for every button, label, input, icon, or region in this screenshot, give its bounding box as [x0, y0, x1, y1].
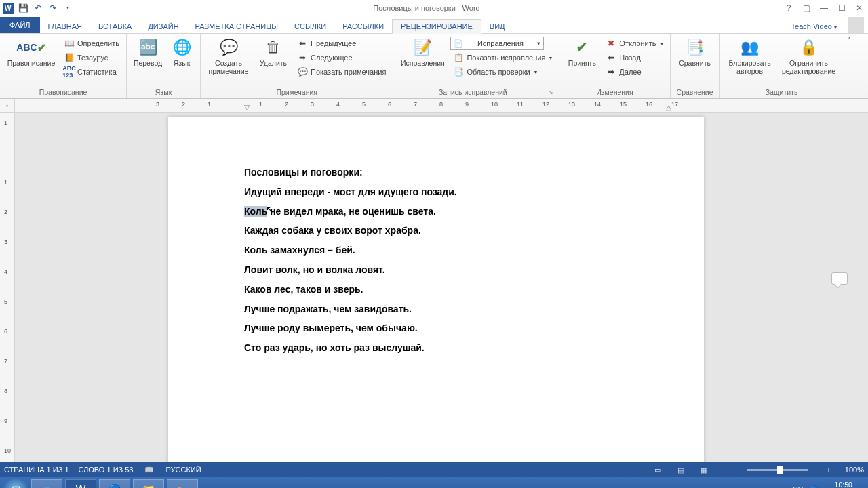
reviewing-pane-icon: 📑 [453, 66, 464, 77]
reject-button[interactable]: ✖Отклонить▾ [603, 37, 665, 50]
compare-icon: 📑 [684, 37, 706, 58]
document-viewport[interactable]: Пословицы и поговорки: Идущий впереди - … [15, 113, 868, 462]
status-words[interactable]: СЛОВО 1 ИЗ 53 [79, 466, 134, 474]
help-icon[interactable]: ? [780, 0, 797, 16]
spelling-button[interactable]: ABC✔ Правописание [4, 35, 58, 68]
group-changes: ✔ Принять ✖Отклонить▾ ⬅Назад ➡Далее Изме… [559, 34, 670, 98]
tray-clock[interactable]: 10:5025.12.2014 [825, 481, 861, 488]
group-label-changes: Изменения [564, 88, 665, 97]
group-label-tracking: Запись исправлений [397, 88, 548, 97]
block-authors-button[interactable]: 👥 Блокировать авторов [724, 35, 776, 75]
show-comments-button[interactable]: 💬Показать примечания [294, 65, 389, 79]
ribbon-opts-icon[interactable]: ▢ [797, 0, 815, 16]
tray-lang[interactable]: RU [793, 485, 803, 488]
view-web-icon[interactable]: ▦ [697, 464, 711, 475]
prev-comment-button[interactable]: ⬅Предыдущее [294, 37, 389, 50]
show-markup-button[interactable]: 📋Показать исправления▾ [450, 51, 555, 64]
group-label-protect: Защитить [724, 88, 840, 97]
prev-change-button[interactable]: ⬅Назад [603, 51, 665, 64]
compare-button[interactable]: 📑 Сравнить [675, 35, 715, 68]
account-name[interactable]: Teach Video ▾ [785, 20, 844, 33]
taskbar-chrome-icon[interactable]: 🔵 [99, 479, 130, 488]
reviewing-pane-button[interactable]: 📑Область проверки▾ [450, 65, 555, 79]
page[interactable]: Пословицы и поговорки: Идущий впереди - … [168, 117, 704, 462]
track-changes-button[interactable]: 📝 Исправления [397, 35, 448, 68]
group-label-comments: Примечания [205, 88, 389, 97]
group-proofing: ABC✔ Правописание 📖Определить 📙Тезаурус … [0, 34, 127, 98]
zoom-value[interactable]: 100% [845, 466, 864, 474]
view-read-icon[interactable]: ▭ [651, 464, 665, 475]
doc-line[interactable]: Каков лес, таков и зверь. [244, 284, 628, 296]
tab-design[interactable]: ДИЗАЙН [140, 20, 186, 33]
proofing-status-icon[interactable]: 📖 [142, 464, 156, 475]
group-label-language: Язык [131, 88, 196, 97]
tab-review[interactable]: РЕЦЕНЗИРОВАНИЕ [392, 19, 481, 34]
next-change-button[interactable]: ➡Далее [603, 65, 665, 79]
avatar[interactable] [848, 17, 864, 33]
new-comment-button[interactable]: 💬 Создать примечание [205, 35, 252, 75]
doc-line[interactable]: Сто раз ударь, но хоть раз выслушай. [244, 342, 628, 354]
doc-line[interactable]: Идущий впереди - мост для идущего позади… [244, 186, 628, 198]
taskbar: ⊞ e W 🔵 📁 ▶ RU 🔵 10:5025.12.2014 [0, 477, 868, 488]
tab-refs[interactable]: ССЫЛКИ [286, 20, 334, 33]
tab-file[interactable]: ФАЙЛ [0, 17, 40, 33]
language-button[interactable]: 🌐 Язык [167, 35, 196, 68]
taskbar-explorer-icon[interactable]: 📁 [133, 479, 164, 488]
taskbar-ie-icon[interactable]: e [31, 479, 62, 488]
collapse-ribbon-icon[interactable]: ˄ [844, 34, 856, 98]
zoom-in-icon[interactable]: + [822, 464, 835, 475]
zoom-slider[interactable] [747, 469, 808, 471]
right-indent-icon[interactable]: △ [666, 103, 671, 112]
tab-layout[interactable]: РАЗМЕТКА СТРАНИЦЫ [187, 20, 286, 33]
group-comments: 💬 Создать примечание 🗑 Удалить ⬅Предыдущ… [201, 34, 393, 98]
accept-button[interactable]: ✔ Принять [564, 35, 600, 68]
tracking-dialog-launcher[interactable]: ↘ [548, 89, 555, 97]
spelling-icon: ABC✔ [20, 37, 42, 58]
display-mode-combo[interactable]: 📄Исправления▾ [450, 37, 544, 50]
tray-flag-icon[interactable]: 🔵 [810, 485, 818, 489]
stats-button[interactable]: ABC123Статистика [61, 65, 122, 79]
undo-icon[interactable]: ↶ [33, 3, 43, 14]
language-icon: 🌐 [171, 37, 193, 58]
selected-text[interactable]: Коль [244, 206, 267, 217]
doc-line[interactable]: Каждая собака у своих ворот храбра. [244, 225, 628, 237]
view-print-icon[interactable]: ▤ [674, 464, 688, 475]
ruler-corner[interactable]: ▫ [0, 99, 15, 112]
start-button[interactable]: ⊞ [3, 479, 28, 488]
taskbar-word-icon[interactable]: W [65, 479, 96, 488]
restrict-icon: 🔒 [798, 37, 820, 58]
horizontal-ruler[interactable]: ▽ △ 3211234567891011121314151617 [15, 99, 868, 112]
tab-home[interactable]: ГЛАВНАЯ [40, 20, 90, 33]
tab-insert[interactable]: ВСТАВКА [90, 20, 140, 33]
qat-more-icon[interactable]: ▾ [62, 3, 73, 14]
doc-line[interactable]: Лучше подражать, чем завидовать. [244, 304, 628, 315]
vertical-ruler[interactable]: 112345678910 [0, 113, 15, 462]
maximize-icon[interactable]: ☐ [833, 0, 850, 16]
tab-mail[interactable]: РАССЫЛКИ [334, 20, 392, 33]
next-comment-button[interactable]: ➡Следующее [294, 51, 389, 64]
save-icon[interactable]: 💾 [18, 3, 28, 14]
system-tray[interactable]: RU 🔵 10:5025.12.2014 [793, 481, 865, 488]
redo-icon[interactable]: ↷ [47, 3, 58, 14]
doc-line[interactable]: Ловит волк, но и волка ловят. [244, 264, 628, 276]
doc-line[interactable]: Коль замахнулся – бей. [244, 245, 628, 256]
define-button[interactable]: 📖Определить [61, 37, 122, 50]
forward-icon: ➡ [606, 66, 616, 77]
status-lang[interactable]: РУССКИЙ [165, 466, 201, 474]
zoom-out-icon[interactable]: − [720, 464, 734, 475]
restrict-editing-button[interactable]: 🔒 Ограничить редактирование [778, 35, 840, 75]
delete-comment-button[interactable]: 🗑 Удалить [255, 35, 292, 68]
minimize-icon[interactable]: — [815, 0, 833, 16]
translate-button[interactable]: 🔤 Перевод [131, 35, 165, 68]
doc-title[interactable]: Пословицы и поговорки: [244, 167, 628, 178]
close-icon[interactable]: ✕ [850, 0, 868, 16]
first-line-indent-icon[interactable]: ▽ [244, 103, 250, 112]
taskbar-media-icon[interactable]: ▶ [167, 479, 198, 488]
doc-line[interactable]: Лучше роду вымереть, чем обычаю. [244, 323, 628, 334]
comment-balloon-icon[interactable] [831, 272, 848, 285]
doc-line[interactable]: Коль не видел мрака, не оценишь света. [244, 206, 628, 218]
status-page[interactable]: СТРАНИЦА 1 ИЗ 1 [4, 466, 69, 474]
tab-view[interactable]: ВИД [481, 20, 513, 33]
block-authors-icon: 👥 [739, 37, 761, 58]
thesaurus-button[interactable]: 📙Тезаурус [61, 51, 122, 64]
